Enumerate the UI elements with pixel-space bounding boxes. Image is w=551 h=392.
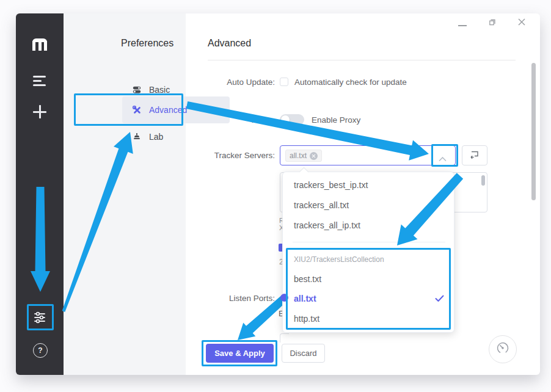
dropdown-option[interactable]: best.txt — [283, 269, 454, 289]
app-window: ? Preferences Basic — [16, 13, 540, 375]
dropdown-group-label: XIU2/TrackersListCollection — [294, 255, 384, 264]
task-list-icon[interactable] — [33, 74, 46, 87]
toggles-icon — [132, 85, 142, 95]
check-icon — [435, 294, 444, 305]
stamp-icon — [132, 132, 142, 142]
tracker-dropdown: trackers_best_ip.txt trackers_all.txt tr… — [282, 172, 454, 333]
chevron-up-icon[interactable] — [439, 153, 447, 164]
listen-ports-label: Listen Ports: — [183, 294, 275, 303]
proxy-toggle[interactable] — [280, 114, 304, 125]
close-icon[interactable] — [517, 18, 526, 26]
dropdown-option[interactable]: http.txt — [283, 309, 454, 329]
minimize-icon[interactable] — [458, 25, 467, 26]
discard-button[interactable]: Discard — [282, 344, 325, 363]
window-scrollbar[interactable] — [531, 63, 536, 200]
proxy-toggle-label: Enable Proxy — [312, 115, 360, 125]
sidebar-item-label: Lab — [149, 132, 163, 142]
obscured-toggle-fragment — [280, 294, 288, 302]
dropdown-option[interactable]: trackers_best_ip.txt — [283, 175, 454, 195]
help-icon[interactable]: ? — [33, 343, 48, 358]
page-title: Advanced — [208, 38, 251, 49]
selected-tag: all.txt — [285, 150, 322, 162]
sync-icon — [469, 149, 480, 162]
motrix-logo — [32, 38, 47, 51]
sync-tracker-button[interactable] — [462, 145, 487, 165]
tools-icon — [132, 105, 142, 115]
restore-icon[interactable] — [488, 18, 497, 26]
title-divider — [208, 60, 516, 60]
preferences-panel: Preferences Basic — [64, 13, 186, 375]
dropdown-option[interactable]: trackers_all_ip.txt — [283, 216, 454, 236]
proxy-label: Proxy: — [183, 115, 275, 125]
preferences-title: Preferences — [121, 38, 173, 49]
sidebar-item-label: Advanced — [149, 105, 187, 115]
dropdown-option-selected[interactable]: all.txt — [283, 289, 454, 309]
preferences-sliders-icon[interactable] — [33, 311, 46, 324]
tracker-servers-select[interactable]: all.txt — [280, 145, 456, 165]
textarea-scrollbar[interactable] — [481, 175, 485, 186]
tracker-servers-label: Tracker Servers: — [183, 151, 275, 160]
dropdown-option[interactable]: trackers_all.txt — [283, 195, 454, 216]
speed-gauge-icon — [495, 341, 510, 358]
obscured-input-corner — [280, 333, 289, 343]
dropdown-divider — [293, 242, 445, 242]
screenshot-stage: ? Preferences Basic — [0, 0, 551, 392]
speed-limit-button[interactable] — [489, 335, 517, 363]
sidebar-item-label: Basic — [149, 85, 170, 95]
tag-remove-icon[interactable] — [310, 152, 318, 160]
nav-sidebar: ? — [16, 13, 64, 375]
add-task-icon[interactable] — [33, 105, 46, 118]
sidebar-item-lab[interactable]: Lab — [122, 123, 230, 150]
save-apply-button[interactable]: Save & Apply — [206, 344, 274, 363]
auto-update-label: Auto Update: — [183, 78, 275, 87]
auto-update-checkbox[interactable] — [280, 78, 288, 86]
auto-update-checkbox-label: Automatically check for update — [294, 78, 407, 87]
